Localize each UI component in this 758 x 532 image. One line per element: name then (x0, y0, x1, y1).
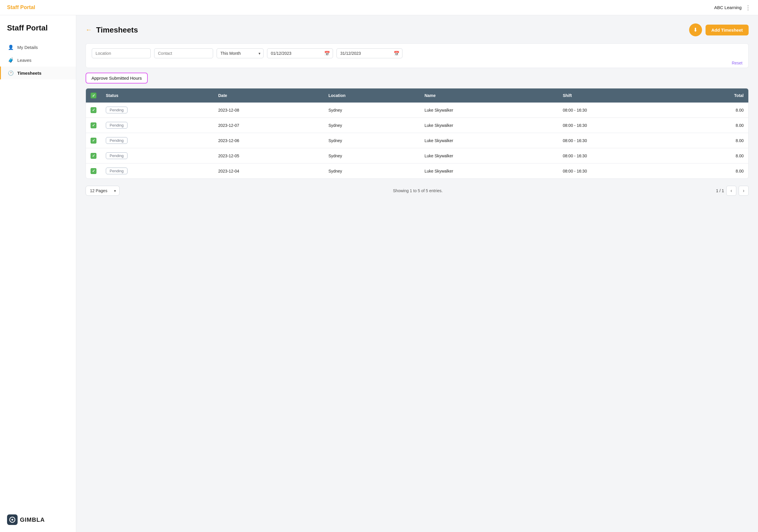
sidebar-item-my-details[interactable]: 👤 My Details (0, 41, 76, 53)
sidebar-item-label: Leaves (17, 58, 31, 63)
row-name: Luke Skywalker (420, 133, 558, 148)
status-badge: Pending (106, 152, 127, 159)
row-name: Luke Skywalker (420, 103, 558, 118)
th-checkbox (86, 88, 101, 103)
app-title: Staff Portal (7, 4, 35, 11)
contact-input[interactable] (154, 48, 213, 58)
row-total: 8.00 (680, 133, 748, 148)
org-name: ABC Learning (714, 5, 741, 10)
clock-icon: 🕐 (8, 70, 14, 76)
row-checkbox-cell (86, 148, 101, 163)
row-date: 2023-12-08 (214, 103, 324, 118)
leaves-icon: 🧳 (8, 57, 14, 63)
svg-point-1 (12, 519, 13, 520)
pages-select[interactable]: 12 Pages 6 Pages 24 Pages (86, 186, 120, 196)
table-header-row: Status Date Location Name Shift Total (86, 88, 748, 103)
next-page-button[interactable]: › (739, 186, 749, 196)
download-button[interactable]: ⬇ (689, 23, 702, 36)
row-total: 8.00 (680, 103, 748, 118)
row-status: Pending (101, 133, 214, 148)
period-select-wrap: This Month Last Month This Week Custom (217, 48, 263, 58)
timesheets-table-wrap: Status Date Location Name Shift Total Pe… (86, 88, 749, 179)
date-from-input[interactable] (267, 48, 333, 58)
top-bar: Staff Portal ABC Learning ⋮ (0, 0, 758, 15)
sidebar-item-timesheets[interactable]: 🕐 Timesheets (0, 67, 76, 80)
back-button[interactable]: ← (86, 26, 92, 34)
row-location: Sydney (324, 163, 420, 179)
add-timesheet-button[interactable]: Add Timesheet (706, 25, 749, 35)
date-to-input[interactable] (336, 48, 402, 58)
row-checkbox-4[interactable] (90, 168, 96, 174)
row-shift: 08:00 - 16:30 (558, 103, 680, 118)
page-info: 1 / 1 (716, 188, 724, 193)
main-layout: Staff Portal 👤 My Details 🧳 Leaves 🕐 Tim… (0, 15, 758, 532)
row-shift: 08:00 - 16:30 (558, 163, 680, 179)
row-status: Pending (101, 163, 214, 179)
gimbla-text: GIMBLA (20, 516, 45, 523)
row-status: Pending (101, 103, 214, 118)
table-footer: 12 Pages 6 Pages 24 Pages Showing 1 to 5… (86, 186, 749, 198)
status-badge: Pending (106, 122, 127, 129)
top-bar-right: ABC Learning ⋮ (714, 4, 751, 11)
th-date: Date (214, 88, 324, 103)
sidebar-brand: Staff Portal (0, 23, 76, 41)
row-location: Sydney (324, 148, 420, 163)
row-date: 2023-12-06 (214, 133, 324, 148)
row-name: Luke Skywalker (420, 163, 558, 179)
select-all-checkbox[interactable] (90, 93, 96, 98)
row-checkbox-2[interactable] (90, 138, 96, 144)
row-date: 2023-12-05 (214, 148, 324, 163)
main-content: ← Timesheets ⬇ Add Timesheet This Month … (76, 15, 758, 532)
row-checkbox-0[interactable] (90, 107, 96, 113)
row-location: Sydney (324, 103, 420, 118)
table-row: Pending 2023-12-07 Sydney Luke Skywalker… (86, 118, 748, 133)
approve-submitted-hours-button[interactable]: Approve Submitted Hours (86, 73, 148, 83)
reset-link[interactable]: Reset (732, 61, 742, 65)
row-total: 8.00 (680, 148, 748, 163)
showing-info: Showing 1 to 5 of 5 entries. (393, 188, 443, 193)
row-checkbox-3[interactable] (90, 153, 96, 159)
row-status: Pending (101, 148, 214, 163)
sidebar-top: Staff Portal 👤 My Details 🧳 Leaves 🕐 Tim… (0, 23, 76, 80)
prev-page-button[interactable]: ‹ (726, 186, 736, 196)
top-bar-menu-icon[interactable]: ⋮ (745, 4, 751, 11)
row-location: Sydney (324, 118, 420, 133)
row-checkbox-cell (86, 163, 101, 179)
row-name: Luke Skywalker (420, 148, 558, 163)
timesheets-table: Status Date Location Name Shift Total Pe… (86, 88, 748, 179)
filters-row: This Month Last Month This Week Custom 📅… (92, 48, 742, 58)
table-row: Pending 2023-12-08 Sydney Luke Skywalker… (86, 103, 748, 118)
date-from-wrap: 📅 (267, 48, 333, 58)
row-checkbox-cell (86, 103, 101, 118)
row-date: 2023-12-07 (214, 118, 324, 133)
th-name: Name (420, 88, 558, 103)
row-date: 2023-12-04 (214, 163, 324, 179)
gimbla-logo: GIMBLA (7, 515, 45, 525)
sidebar-bottom: GIMBLA (0, 515, 76, 525)
filters-panel: This Month Last Month This Week Custom 📅… (86, 43, 749, 68)
sidebar-item-leaves[interactable]: 🧳 Leaves (0, 53, 76, 67)
th-status: Status (101, 88, 214, 103)
table-body: Pending 2023-12-08 Sydney Luke Skywalker… (86, 103, 748, 179)
row-checkbox-cell (86, 133, 101, 148)
sidebar-item-label: My Details (17, 45, 38, 50)
page-header-left: ← Timesheets (86, 25, 138, 35)
row-checkbox-1[interactable] (90, 122, 96, 128)
pagination: 1 / 1 ‹ › (716, 186, 749, 196)
download-icon: ⬇ (693, 27, 698, 33)
th-shift: Shift (558, 88, 680, 103)
gimbla-icon (7, 515, 17, 525)
row-total: 8.00 (680, 118, 748, 133)
period-select[interactable]: This Month Last Month This Week Custom (217, 48, 263, 58)
row-location: Sydney (324, 133, 420, 148)
table-row: Pending 2023-12-06 Sydney Luke Skywalker… (86, 133, 748, 148)
row-status: Pending (101, 118, 214, 133)
row-checkbox-cell (86, 118, 101, 133)
sidebar-item-label: Timesheets (17, 71, 41, 76)
table-row: Pending 2023-12-04 Sydney Luke Skywalker… (86, 163, 748, 179)
person-icon: 👤 (8, 44, 14, 50)
location-input[interactable] (92, 48, 151, 58)
status-badge: Pending (106, 168, 127, 174)
page-header: ← Timesheets ⬇ Add Timesheet (86, 23, 749, 36)
sidebar-nav: 👤 My Details 🧳 Leaves 🕐 Timesheets (0, 41, 76, 80)
